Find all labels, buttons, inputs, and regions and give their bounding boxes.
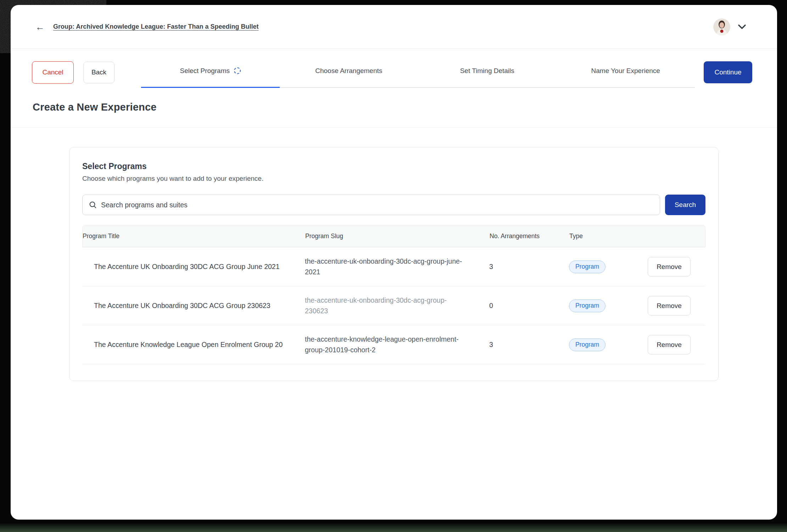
search-box[interactable]: [82, 195, 660, 215]
row-action: Remove: [648, 252, 715, 281]
type-badge: Program: [569, 338, 605, 351]
table-header-row: Program Title Program Slug No. Arrangeme…: [82, 225, 705, 247]
column-header-no-arrangements: No. Arrangements: [490, 233, 569, 240]
step-select-programs[interactable]: Select Programs: [141, 57, 280, 88]
remove-button[interactable]: Remove: [648, 296, 691, 315]
loading-spinner-icon: [234, 67, 241, 74]
user-avatar[interactable]: [713, 18, 730, 35]
program-type: Program: [569, 295, 648, 317]
remove-button[interactable]: Remove: [648, 257, 691, 276]
search-row: Search: [82, 195, 705, 215]
search-input[interactable]: [101, 201, 653, 209]
program-slug: the-accenture-uk-onboarding-30dc-acg-gro…: [305, 251, 489, 282]
continue-button[interactable]: Continue: [704, 61, 752, 83]
step-label: Select Programs: [180, 67, 230, 75]
program-title: The Accenture UK Onboarding 30DC ACG Gro…: [82, 258, 305, 276]
type-badge: Program: [569, 299, 605, 312]
wizard-stepper: Select Programs Choose Arrangements Set …: [141, 57, 695, 88]
search-icon: [89, 201, 97, 209]
select-programs-panel: Select Programs Choose which programs yo…: [69, 147, 719, 381]
row-action: Remove: [648, 330, 715, 359]
program-type: Program: [569, 334, 648, 356]
search-button[interactable]: Search: [665, 195, 705, 215]
remove-button[interactable]: Remove: [648, 335, 691, 354]
page-title: Create a New Experience: [33, 101, 752, 113]
step-label: Name Your Experience: [591, 67, 660, 75]
step-choose-arrangements[interactable]: Choose Arrangements: [280, 57, 418, 88]
program-title: The Accenture Knowledge League Open Enro…: [82, 336, 305, 354]
table-row: The Accenture Knowledge League Open Enro…: [82, 325, 705, 364]
header-right: [713, 18, 746, 35]
table-row: The Accenture UK Onboarding 30DC ACG Gro…: [82, 247, 705, 286]
program-slug: the-accenture-uk-onboarding-30dc-acg-gro…: [305, 290, 489, 321]
back-button[interactable]: Back: [83, 62, 115, 83]
wizard-toolbar: Cancel Back Select Programs Choose Arran…: [11, 49, 777, 88]
program-slug: the-accenture-knowledge-league-open-enro…: [305, 329, 489, 360]
step-name-your-experience[interactable]: Name Your Experience: [557, 57, 695, 88]
app-window: ← Group: Archived Knowledge League: Fast…: [11, 5, 777, 520]
program-arrangements: 0: [489, 297, 569, 315]
table-row: The Accenture UK Onboarding 30DC ACG Gro…: [82, 286, 705, 325]
program-arrangements: 3: [489, 336, 569, 354]
programs-table: Program Title Program Slug No. Arrangeme…: [82, 225, 705, 364]
step-set-timing-details[interactable]: Set Timing Details: [418, 57, 557, 88]
column-header-program-title: Program Title: [83, 233, 305, 240]
panel-description: Choose which programs you want to add to…: [82, 175, 705, 183]
panel-title: Select Programs: [82, 162, 705, 171]
column-header-type: Type: [569, 233, 648, 240]
bottom-tint: [0, 523, 787, 532]
app-header: ← Group: Archived Knowledge League: Fast…: [11, 5, 777, 49]
cancel-button[interactable]: Cancel: [32, 61, 74, 84]
program-type: Program: [569, 256, 648, 278]
type-badge: Program: [569, 261, 605, 273]
step-label: Choose Arrangements: [315, 67, 382, 75]
chevron-down-icon[interactable]: [738, 24, 746, 29]
group-breadcrumb-link[interactable]: Group: Archived Knowledge League: Faster…: [53, 23, 258, 30]
row-action: Remove: [648, 291, 715, 320]
program-arrangements: 3: [489, 258, 569, 276]
back-arrow-icon[interactable]: ←: [35, 22, 45, 32]
column-header-program-slug: Program Slug: [305, 233, 490, 240]
program-title: The Accenture UK Onboarding 30DC ACG Gro…: [82, 297, 305, 315]
page-title-row: Create a New Experience: [11, 88, 777, 128]
avatar-image: [713, 18, 730, 35]
step-label: Set Timing Details: [460, 67, 514, 75]
